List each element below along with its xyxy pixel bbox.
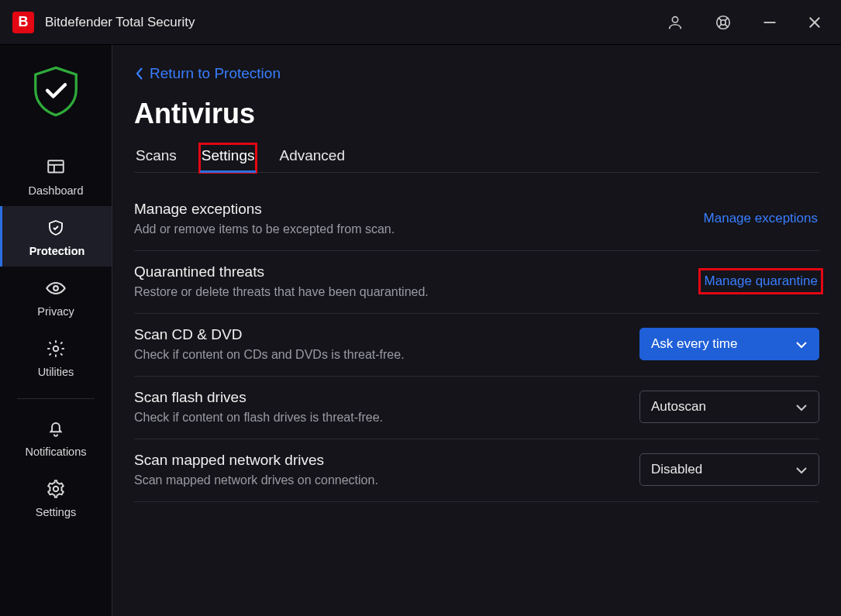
select-value: Ask every time — [651, 336, 737, 352]
titlebar: B Bitdefender Total Security — [0, 0, 841, 45]
app-title: Bitdefender Total Security — [45, 15, 666, 30]
gear-icon — [45, 478, 67, 500]
sidebar-item-label: Dashboard — [29, 184, 84, 197]
sidebar-item-label: Notifications — [26, 446, 87, 458]
sidebar-item-label: Privacy — [37, 305, 74, 318]
sidebar-item-settings[interactable]: Settings — [0, 467, 112, 528]
svg-point-0 — [672, 16, 677, 22]
back-link-label: Return to Protection — [150, 65, 281, 82]
tab-settings[interactable]: Settings — [200, 144, 257, 172]
row-desc: Restore or delete threats that have been… — [134, 285, 429, 299]
page-title: Antivirus — [134, 98, 819, 130]
tab-advanced[interactable]: Advanced — [277, 144, 346, 172]
back-link[interactable]: Return to Protection — [134, 65, 819, 82]
svg-point-11 — [53, 487, 59, 492]
row-desc: Add or remove items to be excepted from … — [134, 222, 395, 236]
dashboard-icon — [45, 157, 67, 178]
status-shield-icon — [28, 64, 84, 119]
scan-flash-select[interactable]: Autoscan — [639, 391, 819, 423]
row-title: Quarantined threats — [134, 263, 429, 280]
sidebar-divider — [17, 398, 95, 399]
manage-exceptions-link[interactable]: Manage exceptions — [702, 209, 819, 228]
svg-point-2 — [721, 19, 726, 24]
sidebar-item-label: Utilities — [38, 366, 74, 378]
svg-rect-6 — [48, 160, 64, 172]
sidebar-item-notifications[interactable]: Notifications — [0, 407, 112, 467]
sidebar-item-dashboard[interactable]: Dashboard — [0, 146, 112, 206]
row-desc: Check if content on CDs and DVDs is thre… — [134, 348, 405, 362]
settings-list: Manage exceptions Add or remove items to… — [134, 188, 819, 502]
row-scan-mapped-drives: Scan mapped network drives Scan mapped n… — [134, 439, 819, 502]
select-value: Disabled — [651, 462, 702, 477]
protection-icon — [45, 217, 67, 239]
sidebar-item-privacy[interactable]: Privacy — [0, 267, 112, 327]
chevron-left-icon — [134, 67, 145, 81]
row-quarantined-threats: Quarantined threats Restore or delete th… — [134, 251, 819, 314]
sidebar-item-protection[interactable]: Protection — [0, 206, 112, 267]
brand-logo: B — [12, 12, 34, 33]
row-desc: Scan mapped network drives on connection… — [134, 473, 378, 487]
scan-cd-dvd-select[interactable]: Ask every time — [639, 328, 819, 360]
row-title: Scan flash drives — [134, 389, 383, 406]
sidebar-item-label: Protection — [29, 245, 85, 257]
titlebar-actions — [666, 13, 822, 32]
sidebar-item-utilities[interactable]: Utilities — [0, 327, 112, 387]
privacy-icon — [45, 277, 67, 299]
sidebar: Dashboard Protection Privacy Utilities — [0, 45, 112, 616]
select-value: Autoscan — [651, 399, 706, 415]
main-panel: Return to Protection Antivirus Scans Set… — [112, 45, 841, 616]
manage-quarantine-link[interactable]: Manage quarantine — [702, 272, 819, 291]
bell-icon — [45, 418, 67, 439]
chevron-down-icon — [795, 466, 808, 474]
support-icon[interactable] — [714, 13, 732, 32]
close-button[interactable] — [807, 15, 822, 30]
scan-mapped-select[interactable]: Disabled — [639, 453, 819, 486]
row-title: Manage exceptions — [134, 201, 395, 218]
minimize-button[interactable] — [762, 15, 777, 30]
chevron-down-icon — [795, 404, 808, 411]
row-scan-flash-drives: Scan flash drives Check if content on fl… — [134, 377, 819, 439]
tabs: Scans Settings Advanced — [134, 144, 819, 173]
chevron-down-icon — [795, 341, 808, 349]
svg-point-9 — [53, 286, 58, 291]
row-manage-exceptions: Manage exceptions Add or remove items to… — [134, 188, 819, 251]
tab-scans[interactable]: Scans — [134, 144, 178, 172]
row-title: Scan CD & DVD — [134, 326, 405, 343]
row-scan-cd-dvd: Scan CD & DVD Check if content on CDs an… — [134, 314, 819, 377]
utilities-icon — [45, 338, 67, 360]
row-title: Scan mapped network drives — [134, 452, 378, 469]
account-icon[interactable] — [666, 13, 684, 32]
sidebar-item-label: Settings — [36, 506, 76, 518]
svg-point-10 — [53, 346, 59, 352]
row-desc: Check if content on flash drives is thre… — [134, 411, 383, 425]
